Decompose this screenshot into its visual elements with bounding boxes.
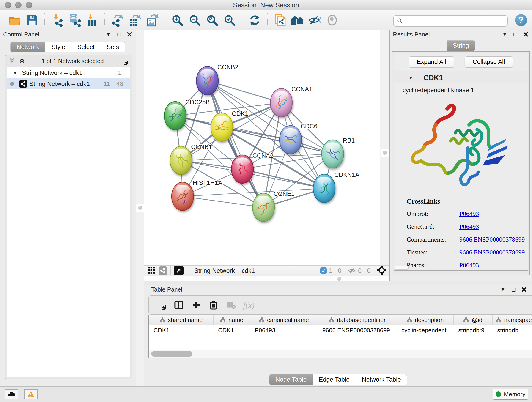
crosslink-link[interactable]: P06493 bbox=[459, 262, 479, 269]
column-header-shared-name[interactable]: shared name bbox=[149, 315, 214, 325]
splitter-handle[interactable] bbox=[138, 206, 142, 210]
table-options-gear-icon[interactable] bbox=[156, 300, 167, 310]
node-HIST1H1A[interactable]: HIST1H1A bbox=[172, 179, 222, 211]
column-header-canonical-name[interactable]: canonical name bbox=[250, 315, 318, 325]
tab-network[interactable]: Network bbox=[10, 42, 45, 52]
panel-float-icon[interactable]: □ bbox=[512, 32, 518, 37]
warnings-button[interactable] bbox=[24, 389, 38, 399]
scrollbar-thumb[interactable] bbox=[151, 351, 192, 357]
table-row[interactable]: CDK1CDK1P064939606.ENSP00000378699cyclin… bbox=[149, 325, 532, 335]
import-database-button[interactable] bbox=[67, 13, 82, 28]
results-scrollbar[interactable] bbox=[395, 266, 409, 269]
node-CDKN1A[interactable]: CDKN1A bbox=[313, 172, 360, 203]
tab-sets[interactable]: Sets bbox=[101, 42, 125, 52]
crosslink-link[interactable]: 9606.ENSP00000378699 bbox=[459, 236, 525, 243]
collapse-all-icon[interactable] bbox=[8, 57, 15, 65]
column-header-database-identifier[interactable]: database identifier bbox=[318, 315, 397, 325]
column-header-namespace[interactable]: namespace bbox=[493, 315, 532, 325]
share-document-button[interactable] bbox=[272, 13, 288, 28]
refresh-button[interactable] bbox=[247, 13, 262, 28]
panel-menu-icon[interactable]: ▼ bbox=[502, 32, 508, 37]
panel-close-icon[interactable] bbox=[521, 287, 527, 293]
crosslink-link[interactable]: 9606.ENSP00000378699 bbox=[459, 249, 525, 256]
export-table-button[interactable] bbox=[127, 13, 142, 28]
panel-menu-icon[interactable]: ▼ bbox=[105, 32, 111, 37]
hide-selected-button[interactable] bbox=[307, 13, 322, 28]
add-column-icon[interactable] bbox=[191, 300, 201, 310]
cloud-status-button[interactable] bbox=[5, 389, 18, 399]
gene-section-header[interactable]: ▼ CDK1 bbox=[394, 72, 528, 83]
zoom-out-button[interactable] bbox=[187, 13, 202, 28]
table-cell[interactable]: cyclin-dependent ... bbox=[397, 325, 454, 335]
search-input[interactable] bbox=[403, 17, 507, 25]
node-CCNE1[interactable]: CCNE1 bbox=[253, 191, 295, 222]
tab-node-table[interactable]: Node Table bbox=[269, 374, 313, 385]
zoom-fit-button[interactable] bbox=[205, 13, 220, 28]
zoom-selected-button[interactable] bbox=[222, 13, 237, 28]
collapse-all-button[interactable]: Collapse All bbox=[465, 56, 513, 68]
help-button[interactable]: ? bbox=[515, 14, 527, 26]
network-row[interactable]: String Network – cdk1 11 48 bbox=[7, 78, 130, 89]
node-CCNA2[interactable]: CCNA2 bbox=[231, 152, 273, 183]
export-network-button[interactable] bbox=[110, 13, 125, 28]
node-CDK1[interactable]: CDK1 bbox=[211, 110, 248, 141]
import-table-button[interactable] bbox=[85, 13, 100, 28]
crosslink-link[interactable]: P06493 bbox=[459, 223, 479, 230]
open-session-button[interactable] bbox=[7, 13, 22, 28]
table-cell[interactable]: stringdb bbox=[493, 325, 532, 335]
expand-all-icon[interactable] bbox=[19, 57, 25, 65]
network-options-gear-icon[interactable] bbox=[120, 56, 128, 65]
zoom-in-button[interactable] bbox=[170, 13, 185, 28]
left-splitter[interactable] bbox=[136, 30, 144, 386]
fit-selected-button[interactable] bbox=[377, 266, 386, 276]
panel-float-icon[interactable]: □ bbox=[116, 32, 122, 37]
tab-edge-table[interactable]: Edge Table bbox=[313, 374, 356, 385]
table-cell[interactable]: stringdb:9... bbox=[454, 325, 493, 335]
edge-CCNB2-CCNE1[interactable] bbox=[207, 81, 264, 207]
show-all-button[interactable] bbox=[325, 13, 340, 28]
tab-string[interactable]: String bbox=[447, 40, 475, 51]
panel-close-icon[interactable] bbox=[523, 32, 529, 37]
tab-style[interactable]: Style bbox=[45, 42, 71, 52]
table-hscrollbar[interactable] bbox=[149, 350, 532, 357]
expand-all-button[interactable]: Expand All bbox=[409, 56, 454, 68]
show-columns-icon[interactable] bbox=[173, 300, 184, 310]
save-session-button[interactable] bbox=[25, 13, 40, 28]
node-RB1[interactable]: RB1 bbox=[322, 137, 355, 168]
tab-network-table[interactable]: Network Table bbox=[356, 374, 407, 385]
table-cell[interactable]: 9606.ENSP00000378699 bbox=[318, 325, 397, 335]
panel-float-icon[interactable]: □ bbox=[510, 287, 516, 293]
table-cell[interactable]: CDK1 bbox=[214, 325, 250, 335]
table-cell[interactable]: CDK1 bbox=[149, 325, 214, 335]
splitter-handle[interactable] bbox=[383, 151, 387, 155]
network-canvas[interactable]: CCNB2CCNA1CDC25BCDK1CDC6RB1CCNB1CCNA2CDK… bbox=[144, 30, 380, 265]
export-image-button[interactable] bbox=[145, 13, 160, 28]
grid-view-button[interactable] bbox=[147, 266, 155, 275]
delete-column-icon[interactable] bbox=[208, 300, 219, 310]
table-cell[interactable]: P06493 bbox=[250, 325, 318, 335]
network-collection-row[interactable]: ▼ String Network – cdk1 1 bbox=[7, 67, 130, 78]
import-network-button[interactable] bbox=[50, 13, 65, 28]
tab-select[interactable]: Select bbox=[71, 42, 101, 52]
right-splitter[interactable] bbox=[380, 30, 389, 281]
search-field[interactable] bbox=[393, 15, 508, 27]
edge-CCNA2-CDKN1A[interactable] bbox=[242, 169, 324, 188]
horizontal-splitter[interactable] bbox=[144, 281, 532, 285]
splitter-handle[interactable] bbox=[337, 277, 341, 281]
column-header-description[interactable]: description bbox=[397, 315, 454, 325]
network-share-view-button[interactable] bbox=[158, 266, 167, 275]
node-CCNB1[interactable]: CCNB1 bbox=[170, 143, 212, 175]
crosslink-link[interactable]: P06493 bbox=[459, 210, 479, 217]
edge-CCNB2-CCNA1[interactable] bbox=[207, 81, 281, 103]
string-home-button[interactable] bbox=[290, 13, 305, 28]
birdseye-view-button[interactable] bbox=[174, 266, 184, 275]
panel-menu-icon[interactable]: ▼ bbox=[500, 287, 506, 293]
memory-button[interactable]: Memory bbox=[493, 389, 528, 400]
gene-expander-icon[interactable]: ▼ bbox=[409, 75, 413, 80]
column-header-name[interactable]: name bbox=[214, 315, 250, 325]
selected-checkbox-icon[interactable] bbox=[320, 268, 327, 274]
edge-HIST1H1A-CCNE1[interactable] bbox=[183, 196, 264, 207]
column-header-@id[interactable]: @id bbox=[454, 315, 493, 325]
tree-expander-icon[interactable]: ▼ bbox=[13, 70, 17, 76]
panel-close-icon[interactable] bbox=[127, 32, 133, 37]
